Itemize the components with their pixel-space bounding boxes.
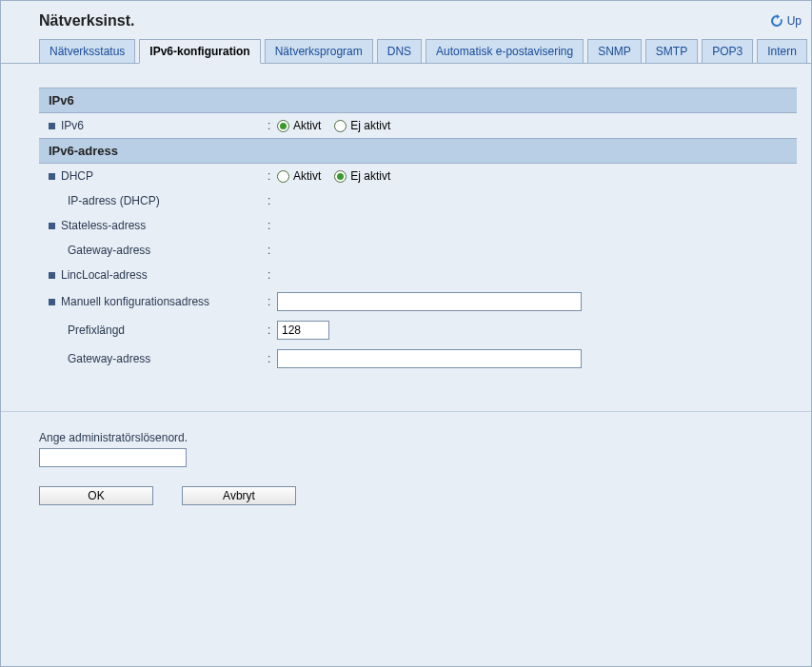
- section-head-ipv6: IPv6: [39, 88, 797, 113]
- row-gateway1: Gateway-adress :: [39, 238, 797, 263]
- row-dhcp: DHCP : Aktivt Ej aktivt: [39, 164, 797, 188]
- bullet-icon: [49, 272, 55, 279]
- refresh-icon: [769, 13, 784, 29]
- row-ip-dhcp: IP-adress (DHCP) :: [39, 188, 797, 213]
- tab-snmp[interactable]: SNMP: [587, 39, 642, 64]
- radio-ipv6-active[interactable]: [277, 120, 289, 132]
- tab-intern[interactable]: Intern: [757, 39, 807, 64]
- tab-pop3[interactable]: POP3: [702, 39, 753, 64]
- tab-natverksstatus[interactable]: Nätverksstatus: [39, 39, 135, 64]
- radio-dhcp-active-label: Aktivt: [293, 169, 321, 183]
- tab-ipv6-konfiguration[interactable]: IPv6-konfiguration: [139, 39, 260, 64]
- prefix-length-input[interactable]: [277, 321, 329, 340]
- row-ipv6: IPv6 : Aktivt Ej aktivt: [39, 113, 797, 138]
- row-dhcp-label: DHCP: [49, 169, 267, 183]
- row-linclocal: LincLocal-adress :: [39, 263, 797, 287]
- dhcp-radio-group: Aktivt Ej aktivt: [277, 169, 390, 183]
- page-title: Nätverksinst.: [39, 12, 135, 29]
- radio-ipv6-inactive[interactable]: [334, 120, 347, 132]
- ip-dhcp-label: IP-adress (DHCP): [49, 194, 267, 207]
- bullet-icon: [49, 173, 55, 180]
- gateway1-label: Gateway-adress: [49, 244, 267, 257]
- tab-smtp[interactable]: SMTP: [645, 39, 698, 64]
- button-row: OK Avbryt: [39, 486, 797, 505]
- colon: :: [267, 324, 277, 337]
- colon: :: [267, 295, 277, 308]
- stateless-label-text: Stateless-adress: [61, 219, 146, 232]
- colon: :: [267, 219, 277, 232]
- gateway2-label: Gateway-adress: [49, 352, 267, 365]
- radio-ipv6-active-label: Aktivt: [293, 119, 321, 132]
- bullet-icon: [49, 223, 55, 229]
- manual-label: Manuell konfigurationsadress: [49, 295, 267, 308]
- content: IPv6 IPv6 : Aktivt Ej aktivt IPv6-adress…: [1, 64, 811, 383]
- bullet-icon: [49, 123, 55, 129]
- ipv6-radio-group: Aktivt Ej aktivt: [277, 119, 390, 132]
- ipv6-label-text: IPv6: [61, 119, 84, 132]
- row-stateless: Stateless-adress :: [39, 213, 797, 238]
- prefix-label: Prefixlängd: [49, 324, 267, 337]
- tab-dns[interactable]: DNS: [377, 39, 422, 64]
- row-manual: Manuell konfigurationsadress :: [39, 287, 797, 316]
- colon: :: [267, 119, 277, 132]
- colon: :: [267, 352, 277, 365]
- radio-dhcp-active[interactable]: [277, 170, 289, 183]
- linclocal-label: LincLocal-adress: [49, 268, 267, 282]
- tab-natverksprogram[interactable]: Nätverksprogram: [265, 39, 373, 64]
- footer: Ange administratörslösenord. OK Avbryt: [1, 411, 811, 515]
- colon: :: [267, 268, 277, 282]
- linclocal-label-text: LincLocal-adress: [61, 268, 148, 282]
- tab-bar: Nätverksstatus IPv6-konfiguration Nätver…: [1, 39, 811, 64]
- stateless-label: Stateless-adress: [49, 219, 267, 232]
- row-ipv6-label: IPv6: [49, 119, 267, 132]
- manual-address-input[interactable]: [277, 292, 582, 311]
- colon: :: [267, 244, 277, 257]
- app-frame: Nätverksinst. Up Nätverksstatus IPv6-kon…: [0, 0, 812, 667]
- ok-button[interactable]: OK: [39, 486, 153, 505]
- admin-password-input[interactable]: [39, 448, 187, 467]
- radio-dhcp-inactive[interactable]: [334, 170, 347, 183]
- row-prefix: Prefixlängd :: [39, 316, 797, 344]
- bullet-icon: [49, 299, 55, 305]
- gateway-address-input[interactable]: [277, 349, 582, 368]
- row-gateway2: Gateway-adress :: [39, 344, 797, 373]
- refresh-link[interactable]: Up: [769, 13, 802, 29]
- password-label: Ange administratörslösenord.: [39, 431, 797, 444]
- manual-label-text: Manuell konfigurationsadress: [61, 295, 209, 308]
- dhcp-label-text: DHCP: [61, 169, 93, 183]
- radio-dhcp-inactive-label: Ej aktivt: [350, 169, 390, 183]
- section-head-ipv6-adress: IPv6-adress: [39, 138, 797, 164]
- radio-ipv6-inactive-label: Ej aktivt: [350, 119, 390, 132]
- colon: :: [267, 194, 277, 207]
- cancel-button[interactable]: Avbryt: [182, 486, 296, 505]
- header: Nätverksinst. Up: [1, 1, 811, 39]
- tab-auto-epost[interactable]: Automatisk e-postavisering: [426, 39, 584, 64]
- colon: :: [267, 169, 277, 183]
- refresh-label: Up: [787, 14, 802, 28]
